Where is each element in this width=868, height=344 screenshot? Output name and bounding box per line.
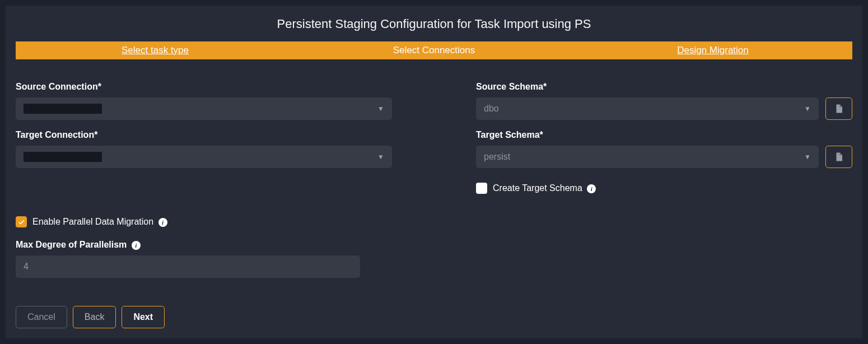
page-title: Persistent Staging Configuration for Tas… <box>16 17 852 31</box>
enable-parallel-label: Enable Parallel Data Migration i <box>32 217 167 227</box>
target-schema-select[interactable]: persist ▼ <box>476 146 819 168</box>
source-connection-group: Source Connection* ▼ <box>16 82 392 120</box>
configuration-panel: Persistent Staging Configuration for Tas… <box>6 6 862 338</box>
step-select-connections[interactable]: Select Connections <box>295 45 573 56</box>
enable-parallel-checkbox[interactable] <box>16 216 27 227</box>
step-bar: Select task type Select Connections Desi… <box>16 41 852 59</box>
target-schema-add-button[interactable] <box>825 146 852 168</box>
check-icon <box>17 218 25 226</box>
info-icon[interactable]: i <box>158 218 167 227</box>
form-grid: Source Connection* ▼ Source Schema* dbo … <box>16 82 852 194</box>
step-select-task-type[interactable]: Select task type <box>16 45 295 56</box>
info-icon[interactable]: i <box>587 184 596 193</box>
chevron-down-icon: ▼ <box>377 153 384 161</box>
max-parallelism-group: Max Degree of Parallelism i <box>16 240 852 278</box>
back-button[interactable]: Back <box>73 306 116 328</box>
target-schema-group: Target Schema* persist ▼ <box>476 130 852 168</box>
parallel-section: Enable Parallel Data Migration i Max Deg… <box>16 216 852 278</box>
target-connection-value <box>24 152 102 162</box>
chevron-down-icon: ▼ <box>804 153 811 161</box>
source-connection-select[interactable]: ▼ <box>16 97 392 120</box>
next-button[interactable]: Next <box>122 306 165 328</box>
source-schema-add-button[interactable] <box>825 97 852 120</box>
file-icon <box>834 104 844 114</box>
max-parallelism-label: Max Degree of Parallelism i <box>16 240 852 250</box>
spacer-left <box>16 178 392 194</box>
step-design-migration[interactable]: Design Migration <box>573 45 852 56</box>
source-schema-select[interactable]: dbo ▼ <box>476 97 819 120</box>
create-target-schema-row: Create Target Schema i <box>476 183 852 194</box>
button-row: Cancel Back Next <box>16 306 165 328</box>
target-schema-label: Target Schema* <box>476 130 852 140</box>
max-parallelism-input[interactable] <box>16 255 360 278</box>
target-connection-select[interactable]: ▼ <box>16 146 392 168</box>
target-connection-group: Target Connection* ▼ <box>16 130 392 168</box>
file-icon <box>834 152 844 162</box>
target-connection-label: Target Connection* <box>16 130 392 140</box>
chevron-down-icon: ▼ <box>804 105 811 113</box>
source-schema-value: dbo <box>484 104 499 114</box>
source-schema-label: Source Schema* <box>476 82 852 92</box>
enable-parallel-row: Enable Parallel Data Migration i <box>16 216 852 227</box>
create-target-schema-label: Create Target Schema i <box>493 183 596 193</box>
source-connection-value <box>24 104 102 114</box>
info-icon[interactable]: i <box>132 241 141 250</box>
source-schema-group: Source Schema* dbo ▼ <box>476 82 852 120</box>
cancel-button[interactable]: Cancel <box>16 306 67 328</box>
source-connection-label: Source Connection* <box>16 82 392 92</box>
create-target-schema-checkbox[interactable] <box>476 183 487 194</box>
target-schema-value: persist <box>484 152 510 162</box>
chevron-down-icon: ▼ <box>377 105 384 113</box>
